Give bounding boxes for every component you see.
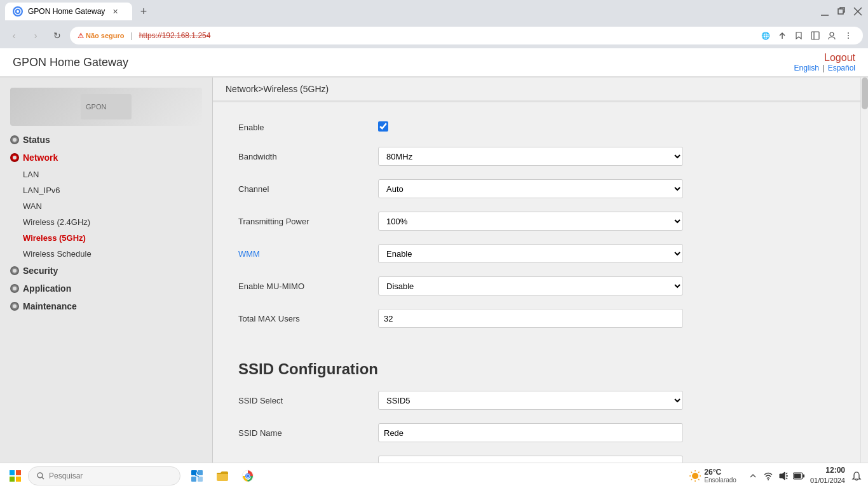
wireless-5-label: Wireless (5GHz) — [23, 233, 86, 243]
weather-desc: Ensolarado — [704, 477, 736, 484]
bandwidth-select[interactable]: 80MHz 20MHz 40MHz 160MHz — [378, 147, 683, 166]
sidebar-item-wireless-24[interactable]: Wireless (2.4GHz) — [0, 214, 212, 230]
wmm-row: WMM Enable Disable — [238, 238, 835, 270]
bookmark-icon[interactable] — [792, 29, 806, 43]
sidebar-item-application[interactable]: Application — [0, 280, 212, 297]
sidebar-item-lan-ipv6[interactable]: LAN_IPv6 — [0, 182, 212, 198]
ssid-select[interactable]: SSID1 SSID2 SSID3 SSID4 SSID5 — [378, 391, 683, 410]
logout-button[interactable]: Logout — [824, 52, 855, 64]
sidebar-item-wireless-5[interactable]: Wireless (5GHz) — [0, 230, 212, 246]
sidebar-item-security[interactable]: Security — [0, 262, 212, 280]
taskbar-app-store[interactable] — [186, 464, 208, 487]
tab-close-button[interactable]: ✕ — [110, 6, 120, 17]
svg-point-10 — [848, 32, 849, 34]
address-bar[interactable]: ⚠ Não seguro | https://192.168.1.254 🌐 — [70, 27, 863, 44]
sidebar-security-label: Security — [23, 266, 58, 276]
profile-icon[interactable] — [825, 29, 839, 43]
wmm-control: Enable Disable — [378, 244, 683, 263]
taskbar-app-chrome[interactable] — [236, 464, 259, 487]
svg-point-11 — [848, 35, 849, 36]
ssid-select-row: SSID Select SSID1 SSID2 SSID3 SSID4 SSID… — [238, 384, 835, 417]
translate-icon[interactable]: 🌐 — [759, 29, 773, 43]
transmitting-power-row: Transmitting Power 100% 75% 50% 25% — [238, 205, 835, 238]
gpon-icon — [14, 8, 22, 15]
weather-temp: 26°C — [704, 468, 736, 477]
mumimo-row: Enable MU-MIMO Disable Enable — [238, 270, 835, 302]
scrollbar-right[interactable] — [860, 78, 868, 488]
sidebar-item-wan[interactable]: WAN — [0, 198, 212, 214]
nav-refresh-button[interactable]: ↻ — [48, 27, 66, 44]
svg-rect-24 — [198, 477, 203, 482]
taskbar: Pesquisar — [0, 463, 868, 488]
svg-point-9 — [830, 32, 834, 36]
tray-expand-icon[interactable] — [747, 470, 759, 482]
nav-forward-button[interactable]: › — [27, 27, 44, 44]
chevron-up-icon — [750, 473, 756, 479]
mumimo-select[interactable]: Disable Enable — [378, 276, 683, 295]
security-warning: ⚠ Não seguro — [78, 32, 125, 40]
warning-icon: ⚠ — [78, 32, 84, 40]
channel-label: Channel — [238, 184, 378, 194]
taskbar-app-explorer[interactable] — [211, 464, 234, 487]
sidebar-item-network[interactable]: Network — [0, 149, 212, 166]
breadcrumb: Network>Wireless (5GHz) — [213, 78, 860, 101]
windows-logo-icon — [9, 470, 22, 482]
max-users-row: Total MAX Users — [238, 302, 835, 335]
svg-rect-21 — [191, 470, 196, 475]
window-close-icon[interactable] — [853, 6, 863, 17]
channel-select[interactable]: Auto 36 40 44 48 — [378, 179, 683, 198]
enable-checkbox[interactable] — [378, 121, 388, 132]
ssid-name-input[interactable] — [378, 423, 683, 442]
svg-rect-22 — [198, 470, 203, 475]
enable-label: Enable — [238, 123, 378, 132]
browser-tab[interactable]: GPON Home Gateway ✕ — [5, 3, 132, 20]
sidebar-item-lan[interactable]: LAN — [0, 166, 212, 182]
mumimo-label: Enable MU-MIMO — [238, 281, 378, 291]
browser-layout-icon[interactable] — [808, 29, 822, 43]
wifi-icon[interactable] — [762, 470, 775, 482]
weather-widget[interactable]: 26°C Ensolarado — [684, 465, 742, 486]
start-button[interactable] — [5, 466, 25, 486]
svg-rect-15 — [10, 470, 15, 475]
english-link[interactable]: English — [794, 64, 818, 72]
sidebar-item-maintenance[interactable]: Maintenance — [0, 297, 212, 315]
max-users-input[interactable] — [378, 309, 683, 328]
window-restore-icon[interactable] — [836, 6, 846, 17]
sidebar-item-status[interactable]: Status — [0, 131, 212, 149]
share-icon[interactable] — [775, 29, 789, 43]
svg-text:🌐: 🌐 — [761, 31, 770, 40]
svg-rect-7 — [811, 32, 819, 39]
transmitting-power-select[interactable]: 100% 75% 50% 25% — [378, 212, 683, 231]
browser-menu-icon[interactable] — [841, 29, 855, 43]
security-dot-icon — [10, 266, 19, 275]
sidebar-item-wireless-schedule[interactable]: Wireless Schedule — [0, 246, 212, 262]
store-app-icon — [190, 469, 204, 483]
header-right: Logout English | Español — [794, 52, 855, 72]
taskbar-search-bar[interactable]: Pesquisar — [28, 466, 180, 485]
svg-rect-16 — [16, 470, 21, 475]
sun-icon — [689, 470, 702, 482]
new-tab-button[interactable]: + — [135, 3, 153, 20]
svg-point-19 — [37, 473, 43, 478]
address-url: https://192.168.1.254 — [139, 31, 211, 40]
espanol-link[interactable]: Español — [828, 64, 855, 72]
battery-icon[interactable] — [792, 470, 805, 482]
svg-marker-42 — [780, 472, 785, 480]
sidebar-network-label: Network — [23, 152, 58, 163]
nav-back-button[interactable]: ‹ — [5, 27, 23, 44]
volume-icon[interactable] — [777, 470, 790, 482]
notification-icon[interactable] — [850, 470, 863, 482]
taskbar-datetime[interactable]: 12:00 01/01/2024 — [810, 465, 845, 485]
ssid-config-title: SSID Configuration — [213, 360, 860, 378]
wmm-select[interactable]: Enable Disable — [378, 244, 683, 263]
taskbar-apps — [186, 464, 259, 487]
svg-rect-3 — [838, 9, 843, 14]
sidebar-maintenance-label: Maintenance — [23, 301, 77, 311]
wan-label: WAN — [23, 201, 42, 211]
svg-rect-17 — [10, 477, 15, 482]
taskbar-right: 26°C Ensolarado — [684, 465, 863, 486]
svg-text:GPON: GPON — [86, 103, 106, 111]
main-content: Network>Wireless (5GHz) Enable Bandwidth — [213, 78, 860, 488]
window-minimize-icon[interactable] — [820, 6, 830, 17]
enable-row: Enable — [238, 115, 835, 140]
